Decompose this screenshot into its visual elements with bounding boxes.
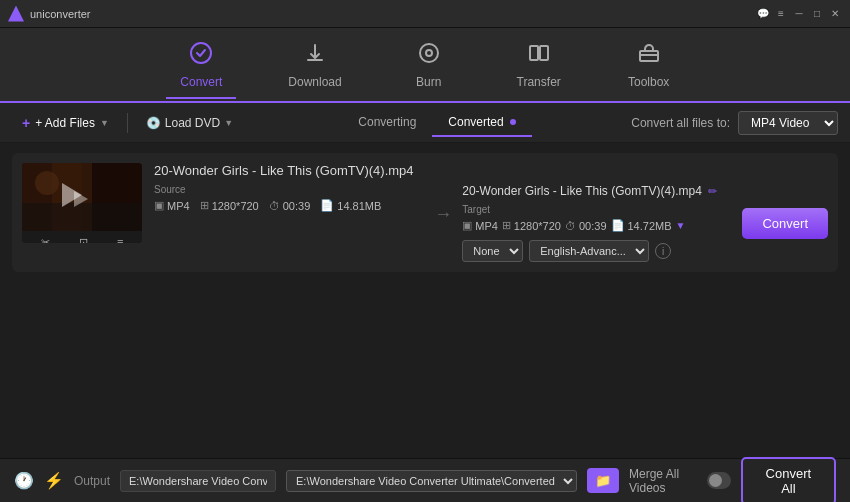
download-icon — [303, 41, 327, 71]
thumbnail-image — [22, 163, 142, 231]
svg-point-1 — [420, 44, 438, 62]
target-format: ▣ MP4 — [462, 219, 498, 232]
format-icon: ▣ — [154, 199, 164, 212]
output-label: Output — [74, 474, 110, 488]
main-content: ✂ ⊡ ≡ 20-Wonder Girls - Like This (GomTV… — [0, 143, 850, 458]
target-label: Target — [462, 204, 732, 215]
merge-toggle[interactable] — [707, 472, 731, 489]
target-resolution: ⊞ 1280*720 — [502, 219, 561, 232]
tab-converting[interactable]: Converting — [342, 109, 432, 137]
output-path-select[interactable]: E:\Wondershare Video Converter Ultimate\… — [286, 470, 577, 492]
source-format: ▣ MP4 — [154, 199, 190, 212]
nav-convert-label: Convert — [180, 75, 222, 89]
thumbnail-container: ✂ ⊡ ≡ — [22, 163, 142, 243]
target-box: 20-Wonder Girls - Like This (GomTV)(4).m… — [462, 184, 732, 262]
transfer-icon — [527, 41, 551, 71]
title-bar-left: uniconverter — [8, 6, 91, 22]
source-label: Source — [154, 184, 424, 195]
target-filename: 20-Wonder Girls - Like This (GomTV)(4).m… — [462, 184, 702, 198]
add-files-label: + Add Files — [35, 116, 95, 130]
edit-icon[interactable]: ✏ — [708, 185, 717, 198]
divider-1 — [127, 113, 128, 133]
settings-icon[interactable]: ≡ — [117, 236, 123, 243]
add-files-caret: ▼ — [100, 118, 109, 128]
convert-button[interactable]: Convert — [742, 208, 828, 239]
burn-icon — [417, 41, 441, 71]
trim-icon[interactable]: ⊡ — [79, 236, 88, 244]
target-file-icon: 📄 — [611, 219, 625, 232]
output-path-input[interactable] — [120, 470, 276, 492]
toolbox-icon — [637, 41, 661, 71]
tab-converted-badge — [510, 119, 516, 125]
nav-convert[interactable]: Convert — [166, 33, 236, 99]
convert-all-files-label: Convert all files to: — [631, 116, 730, 130]
source-duration: ⏱ 00:39 — [269, 200, 311, 212]
target-meta: ▣ MP4 ⊞ 1280*720 ⏱ 00:39 📄 — [462, 219, 732, 232]
convert-icon — [189, 41, 213, 71]
bolt-icon[interactable]: ⚡ — [44, 471, 64, 490]
svg-point-9 — [35, 171, 59, 195]
disc-icon: 💿 — [146, 116, 161, 130]
tab-group: Converting Converted — [342, 109, 532, 137]
source-meta: ▣ MP4 ⊞ 1280*720 ⏱ 00:39 📄 — [154, 199, 424, 212]
toolbar: + + Add Files ▼ 💿 Load DVD ▼ Converting … — [0, 103, 850, 143]
file-icon: 📄 — [320, 199, 334, 212]
convert-all-button[interactable]: Convert All — [741, 457, 836, 503]
thumbnail-controls: ✂ ⊡ ≡ — [22, 231, 142, 243]
audio-dropdown[interactable]: English-Advanc... — [529, 240, 649, 262]
svg-point-2 — [426, 50, 432, 56]
bottom-bar: 🕐 ⚡ Output E:\Wondershare Video Converte… — [0, 458, 850, 502]
svg-rect-10 — [22, 203, 142, 231]
target-dropdown-arrow[interactable]: ▼ — [676, 220, 686, 231]
target-resolution-icon: ⊞ — [502, 219, 511, 232]
load-dvd-label: Load DVD — [165, 116, 220, 130]
target-size: 📄 14.72MB — [611, 219, 672, 232]
merge-label: Merge All Videos — [629, 467, 697, 495]
svg-point-0 — [191, 43, 211, 63]
target-title-row: 20-Wonder Girls - Like This (GomTV)(4).m… — [462, 184, 732, 198]
tab-converted[interactable]: Converted — [432, 109, 532, 137]
source-box: Source ▣ MP4 ⊞ 1280*720 ⏱ 00:39 — [154, 184, 424, 212]
crop-icon[interactable]: ✂ — [41, 236, 50, 244]
nav-bar: Convert Download Burn Transfer — [0, 28, 850, 103]
subtitle-dropdown[interactable]: None — [462, 240, 523, 262]
nav-toolbox-label: Toolbox — [628, 75, 669, 89]
chat-btn[interactable]: 💬 — [756, 7, 770, 21]
svg-rect-4 — [540, 46, 548, 60]
nav-download-label: Download — [288, 75, 341, 89]
source-size: 📄 14.81MB — [320, 199, 381, 212]
nav-burn[interactable]: Burn — [394, 33, 464, 97]
source-target-row: Source ▣ MP4 ⊞ 1280*720 ⏱ 00:39 — [154, 184, 828, 262]
minimize-btn[interactable]: ─ — [792, 7, 806, 21]
source-filename: 20-Wonder Girls - Like This (GomTV)(4).m… — [154, 163, 828, 178]
format-select[interactable]: MP4 Video MKV Video AVI Video MOV Video — [738, 111, 838, 135]
menu-btn[interactable]: ≡ — [774, 7, 788, 21]
title-bar: uniconverter 💬 ≡ ─ □ ✕ — [0, 0, 850, 28]
plus-icon: + — [22, 115, 30, 131]
nav-download[interactable]: Download — [276, 33, 353, 97]
nav-burn-label: Burn — [416, 75, 441, 89]
load-dvd-caret: ▼ — [224, 118, 233, 128]
arrow-separator: → — [434, 184, 452, 225]
nav-toolbox[interactable]: Toolbox — [614, 33, 684, 97]
target-duration: ⏱ 00:39 — [565, 220, 607, 232]
resolution-icon: ⊞ — [200, 199, 209, 212]
title-bar-controls: 💬 ≡ ─ □ ✕ — [756, 7, 842, 21]
clock-bottom-icon[interactable]: 🕐 — [14, 471, 34, 490]
target-actions: None English-Advanc... i — [462, 240, 732, 262]
target-format-icon: ▣ — [462, 219, 472, 232]
load-dvd-button[interactable]: 💿 Load DVD ▼ — [136, 112, 243, 134]
target-clock-icon: ⏱ — [565, 220, 576, 232]
source-resolution: ⊞ 1280*720 — [200, 199, 259, 212]
tab-converting-label: Converting — [358, 115, 416, 129]
info-icon[interactable]: i — [655, 243, 671, 259]
maximize-btn[interactable]: □ — [810, 7, 824, 21]
nav-transfer-label: Transfer — [517, 75, 561, 89]
close-btn[interactable]: ✕ — [828, 7, 842, 21]
nav-transfer[interactable]: Transfer — [504, 33, 574, 97]
folder-button[interactable]: 📁 — [587, 468, 619, 493]
tab-converted-label: Converted — [448, 115, 503, 129]
add-files-button[interactable]: + + Add Files ▼ — [12, 111, 119, 135]
app-logo — [8, 6, 24, 22]
file-info: 20-Wonder Girls - Like This (GomTV)(4).m… — [154, 163, 828, 262]
